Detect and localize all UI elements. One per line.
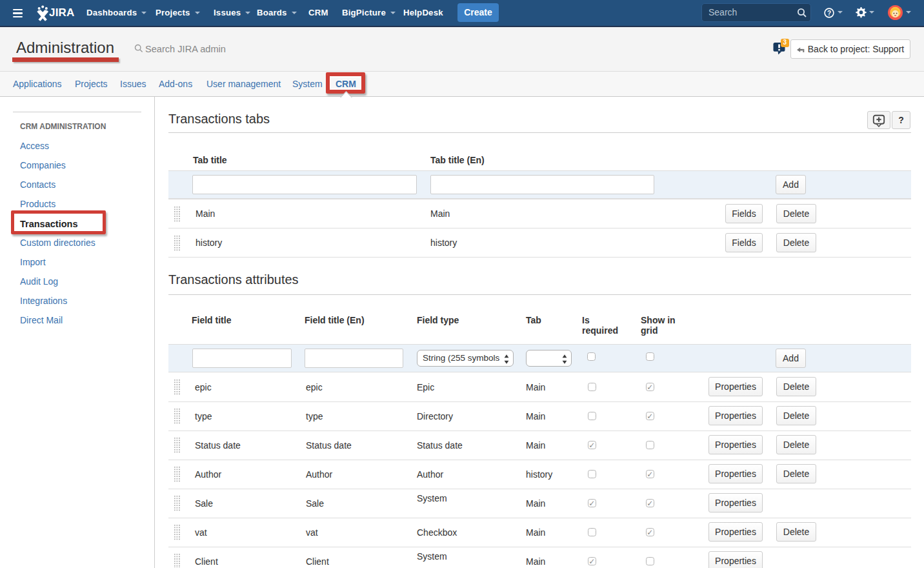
svg-text:?: ? xyxy=(827,10,831,17)
svg-text:JIRA: JIRA xyxy=(49,6,75,19)
